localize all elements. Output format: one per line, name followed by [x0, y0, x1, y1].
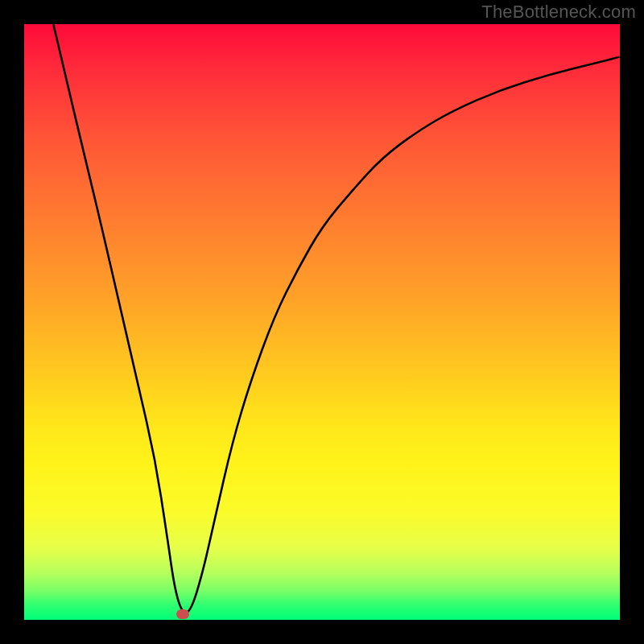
- minimum-marker: [176, 609, 189, 619]
- watermark-text: TheBottleneck.com: [481, 2, 636, 23]
- curve-svg: [24, 24, 620, 620]
- bottleneck-curve: [53, 24, 620, 613]
- plot-area: [24, 24, 620, 620]
- chart-frame: TheBottleneck.com: [0, 0, 644, 644]
